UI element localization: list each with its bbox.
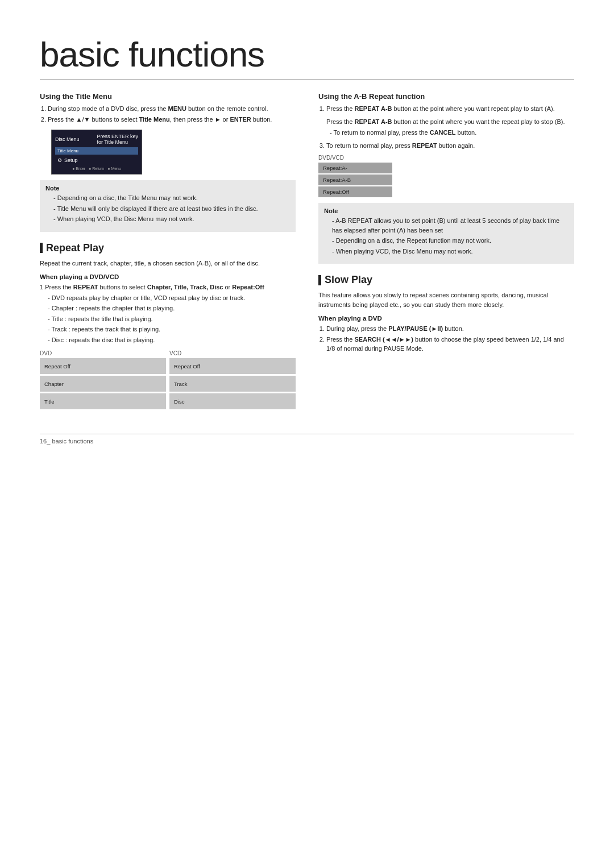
repeat-bullet-1: DVD repeats play by chapter or title, VC… (48, 293, 296, 303)
title-menu-note-box: Note Depending on a disc, the Title Menu… (40, 180, 296, 232)
repeat-play-intro: Repeat the current track, chapter, title… (40, 259, 296, 268)
repeat-play-section: Repeat Play Repeat the current track, ch… (40, 242, 296, 412)
repeat-a-box: Repeat:A- (318, 163, 392, 173)
footer-page-number: 16_ basic functions (40, 438, 93, 445)
dvd-option-3: Title (40, 393, 166, 409)
title-menu-bar: Title Menu (55, 147, 138, 155)
vcd-col-label: VCD (169, 350, 296, 356)
title-menu-step-1: During stop mode of a DVD disc, press th… (48, 104, 296, 114)
enter-label: ● Enter (72, 167, 85, 171)
dvd-vcd-tables: DVD Repeat Off Chapter Title VCD Repeat … (40, 350, 296, 411)
repeat-play-bar (40, 243, 43, 253)
dvd-vcd-repeat-menu: DVD/VCD Repeat:A- Repeat:A-B Repeat:Off (318, 155, 574, 197)
slow-play-section: Slow Play This feature allows you slowly… (318, 274, 574, 354)
setup-label: Setup (64, 157, 78, 163)
repeat-play-heading: Repeat Play (46, 242, 104, 254)
ab-repeat-notes: A-B REPEAT allows you to set point (B) u… (324, 216, 569, 256)
ab-step-3: To return to normal play, press REPEAT b… (326, 141, 574, 151)
dvd-menu-footer: ● Enter ● Return ● Menu (55, 167, 138, 171)
title-menu-section: Using the Title Menu During stop mode of… (40, 92, 296, 232)
ab-note-3: When playing VCD, the Disc Menu may not … (332, 247, 569, 256)
note-item-3: When playing VCD, the Disc Menu may not … (53, 214, 290, 224)
return-label: ● Return (89, 167, 104, 171)
title-menu-steps: During stop mode of a DVD disc, press th… (40, 104, 296, 124)
repeat-play-heading-container: Repeat Play (40, 242, 296, 254)
ab-step-1: Press the REPEAT A-B button at the point… (326, 104, 574, 114)
ab-step-2-sub: - To return to normal play, press the CA… (330, 128, 574, 138)
dvd-vcd-subheading: When playing a DVD/VCD (40, 273, 296, 280)
ab-note-2: Depending on a disc, the Repeat function… (332, 236, 569, 246)
title-menu-heading: Using the Title Menu (40, 92, 296, 101)
note-item-1: Depending on a disc, the Title Menu may … (53, 193, 290, 203)
repeat-bullet-4: Track : repeats the track that is playin… (48, 325, 296, 334)
vcd-option-1: Repeat Off (169, 358, 296, 374)
slow-play-heading: Slow Play (325, 274, 372, 286)
ab-step-2-text: Press the REPEAT A-B button at the point… (326, 117, 574, 127)
dvd-menu-header: Disc Menu Press ENTER keyfor Title Menu (55, 134, 138, 145)
title-menu-notes: Depending on a disc, the Title Menu may … (45, 193, 290, 224)
note-label: Note (45, 185, 290, 192)
disc-menu-label: Disc Menu (55, 136, 80, 142)
repeat-bullet-3: Title : repeats the title that is playin… (48, 314, 296, 324)
setup-menu-item: ⚙ Setup (55, 156, 138, 164)
page-title: basic functions (40, 34, 574, 80)
right-column: Using the A-B Repeat function Press the … (318, 92, 574, 417)
repeat-ab-box: Repeat:A-B (318, 175, 392, 185)
title-menu-step-2: Press the ▲/▼ buttons to select Title Me… (48, 115, 296, 124)
slow-play-subheading: When playing a DVD (318, 315, 574, 322)
slow-play-bar (318, 275, 321, 285)
left-column: Using the Title Menu During stop mode of… (40, 92, 296, 417)
repeat-bullet-2: Chapter : repeats the chapter that is pl… (48, 304, 296, 313)
slow-play-heading-container: Slow Play (318, 274, 574, 286)
slow-play-step-2: Press the SEARCH (◄◄/►►) button to choos… (326, 335, 574, 354)
slow-play-intro: This feature allows you slowly to repeat… (318, 290, 574, 309)
repeat-bullet-5: Disc : repeats the disc that is playing. (48, 335, 296, 345)
repeat-bullets: DVD repeats play by chapter or title, VC… (40, 293, 296, 345)
ab-repeat-note-box: Note A-B REPEAT allows you to set point … (318, 203, 574, 264)
dvd-option-1: Repeat Off (40, 358, 166, 374)
slow-play-steps: During play, press the PLAY/PAUSE (►II) … (318, 324, 574, 354)
menu-label: ● Menu (107, 167, 121, 171)
vcd-option-2: Track (169, 376, 296, 392)
repeat-off-box: Repeat:Off (318, 186, 392, 197)
repeat-step1: 1.Press the REPEAT buttons to select Cha… (40, 283, 296, 292)
dvd-column: DVD Repeat Off Chapter Title (40, 350, 166, 411)
vcd-column: VCD Repeat Off Track Disc (169, 350, 296, 411)
ab-note-1: A-B REPEAT allows you to set point (B) u… (332, 216, 569, 235)
dvd-option-2: Chapter (40, 376, 166, 392)
vcd-option-3: Disc (169, 393, 296, 409)
dvd-col-label: DVD (40, 350, 166, 356)
slow-play-step-1: During play, press the PLAY/PAUSE (►II) … (326, 324, 574, 334)
ab-repeat-heading: Using the A-B Repeat function (318, 92, 574, 101)
note-item-2: Title Menu will only be displayed if the… (53, 204, 290, 214)
ab-repeat-steps: Press the REPEAT A-B button at the point… (318, 104, 574, 114)
page-footer: 16_ basic functions (40, 434, 574, 445)
ab-repeat-section: Using the A-B Repeat function Press the … (318, 92, 574, 264)
dvd-menu-screenshot: Disc Menu Press ENTER keyfor Title Menu … (51, 130, 142, 175)
press-enter-label: Press ENTER keyfor Title Menu (97, 134, 138, 145)
ab-step-3-list: To return to normal play, press REPEAT b… (318, 141, 574, 151)
dvd-vcd-label: DVD/VCD (318, 155, 574, 161)
ab-note-label: Note (324, 207, 569, 214)
setup-icon: ⚙ (57, 157, 62, 163)
